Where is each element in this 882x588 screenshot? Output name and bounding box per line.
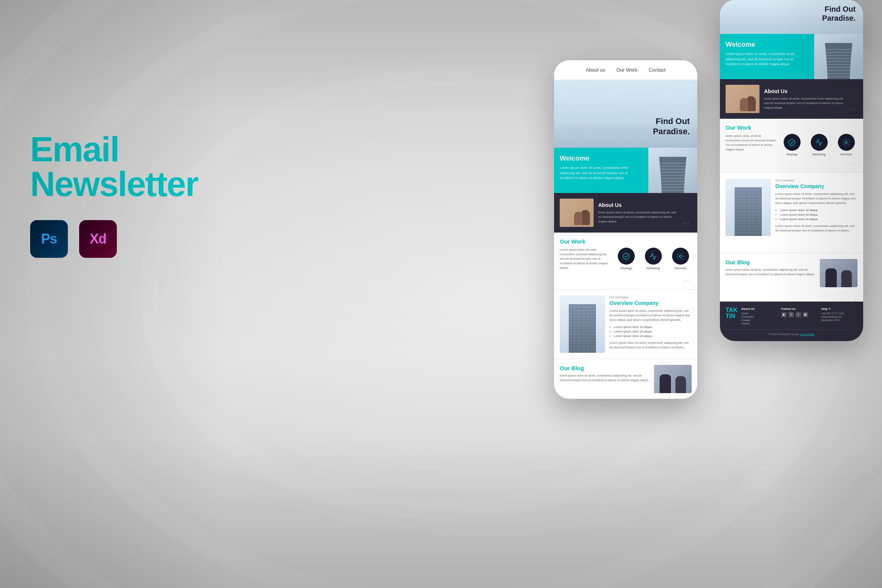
welcome-section-right: Welcome Lorem ipsum dolor sit amet, cons… [720,34,863,79]
our-work-section-left: Our Work Lorem ipsum dolor sit amet, con… [554,233,697,289]
work-icon-services-right: Services [835,134,858,156]
company-dots-right: ... [720,242,863,253]
work-icon-strategy: Strategy [615,248,637,270]
work-icon-services: Services [669,248,692,270]
twitter-icon[interactable]: 𝕏 [789,312,794,317]
svg-point-2 [789,139,795,145]
blog-image-right [820,259,858,287]
phone-mockup-left: About us Our Work Contact Find Out Parad… [554,60,697,399]
instagram-icon[interactable]: ◉ [803,312,808,317]
company-body2-right: Lorem ipsum dolor sit amet, consectetur … [775,224,858,233]
svg-point-3 [845,141,847,144]
phone-mockup-right: Find Out Paradise. Welcome Lorem ipsum d… [720,0,863,341]
bullet-2: Lorem ipsum dolor sit aliqua. [609,330,692,333]
about-dots-right: ... [848,104,858,111]
hero-text-right: Find Out Paradise. [822,5,856,23]
svg-point-1 [679,255,681,257]
left-panel: Email Newsletter Ps Xd [30,132,188,258]
company-building-image [560,296,605,353]
about-section-right: About Us lorem ipsum dolor sit amet, con… [720,79,863,119]
our-work-title: Our Work [560,238,692,245]
welcome-body: Lorem ipsum dolor sit amet, consectetur … [560,165,643,181]
our-work-section-right: Our Work lorem ipsum dolor sit amet, con… [720,119,863,172]
about-image-right [726,85,760,113]
company-label-right: Our Company [775,179,858,182]
company-section-left: Our Company Overview Company Lorem ipsum… [554,290,697,358]
welcome-section-left: Welcome Lorem ipsum dolor sit amet, cons… [554,148,697,193]
welcome-building-image [648,148,697,193]
footer-follow-col: Follow Us ▶ 𝕏 f ◉ [781,307,818,326]
bullet-1: Lorem ipsum dolor sit aliqua. [609,325,692,329]
bullet-r3: Lorem ipsum dolor sit aliqua. [775,217,858,221]
company-label: Our Company [609,296,692,299]
footer-social-icons: ▶ 𝕏 f ◉ [781,312,818,317]
welcome-title: Welcome [560,155,643,162]
blog-title: Our Blog [560,365,649,371]
work-icon-marketing: Marketing [642,248,665,270]
blog-body: lorem ipsum dolor sit amet, consectetur … [560,374,649,383]
company-bullets: Lorem ipsum dolor sit aliqua. Lorem ipsu… [609,325,692,338]
footer-unsubscribe: To stop reciving this email. Unsubscribe [726,329,858,335]
email-footer: TAK TIN About Us Home Consultant Contact… [720,302,863,341]
page-title: Email Newsletter [30,132,188,201]
blog-section-left: Our Blog lorem ipsum dolor sit amet, con… [554,359,697,399]
hero-bg-image [554,80,697,148]
work-icon-strategy-right: Strategy [781,134,803,156]
company-body2: Lorem ipsum dolor sit amet, consectetur … [609,341,692,350]
footer-logo: TAK TIN [726,307,738,326]
footer-help-col: Help ? +62 897 7777 1234 www.ibulding.co… [821,307,858,326]
welcome-building-image-right [814,34,863,79]
company-title: Overview Company [609,300,692,306]
nav-item-about[interactable]: About us [586,67,605,73]
blog-image [654,365,692,393]
about-body-right: lorem ipsum dolor sit amet, consectetur … [764,96,844,110]
software-icons: Ps Xd [30,220,188,258]
photoshop-icon: Ps [30,220,68,258]
footer-grid: TAK TIN About Us Home Consultant Contact… [726,307,858,326]
svg-point-0 [623,253,629,259]
about-image [560,199,594,227]
welcome-title-right: Welcome [726,41,808,49]
our-work-dots-right: ... [726,158,858,167]
blog-section-right: Our Blog lorem ipsum dolor sit amet, con… [720,253,863,293]
xd-icon: Xd [79,220,117,258]
facebook-icon[interactable]: f [796,312,801,317]
nav-item-work[interactable]: Our Work [617,67,637,73]
bullet-3: Lorem ipsum dolor sit aliqua. [609,334,692,338]
about-section-left: About Us lorem ipsum dolor sit amet, con… [554,193,697,233]
welcome-body-right: Lorem ipsum dolor sit amet, consectetur … [726,52,808,67]
hero-section-left: Find Out Paradise. [554,80,697,148]
youtube-icon[interactable]: ▶ [781,312,787,317]
our-work-body: Lorem ipsum dolor sit amet, consectetur … [560,248,611,270]
bullet-r1: Lorem ipsum dolor sit aliqua. [775,208,858,212]
blog-dots-right: ... [720,293,863,302]
our-work-body-right: lorem ipsum dolor sit amet, consectetur … [726,134,777,152]
hero-section-right: Find Out Paradise. [720,0,863,34]
about-title: About Us [598,202,678,208]
about-dots: ... [683,218,692,225]
bullet-r2: Lorem ipsum dolor sit aliqua. [775,213,858,216]
email-nav-left: About us Our Work Contact [554,60,697,80]
our-work-title-right: Our Work [726,124,858,131]
blog-title-right: Our Blog [726,259,815,265]
work-icon-marketing-right: Marketing [808,134,830,156]
nav-item-contact[interactable]: Contact [649,67,666,73]
company-body-right: Lorem ipsum dolor sit amet, consectetur … [775,192,858,205]
about-title-right: About Us [764,88,844,94]
phones-container: About us Our Work Contact Find Out Parad… [554,0,863,399]
unsubscribe-link[interactable]: Unsubscribe [800,333,815,335]
about-body: lorem ipsum dolor sit amet, consectetur … [598,210,678,224]
company-body: Lorem ipsum dolor sit amet, consectetur … [609,309,692,322]
company-title-right: Overview Company [775,183,858,190]
blog-body-right: lorem ipsum dolor sit amet, consectetur … [726,268,815,277]
our-work-dots: ... [560,275,692,283]
company-bullets-right: Lorem ipsum dolor sit aliqua. Lorem ipsu… [775,208,858,221]
company-building-image-right [726,179,771,236]
footer-about-col: About Us Home Consultant Contact Partner [741,307,778,326]
hero-text-left: Find Out Paradise. [653,116,690,136]
company-section-right: Our Company Overview Company Lorem ipsum… [720,173,863,242]
